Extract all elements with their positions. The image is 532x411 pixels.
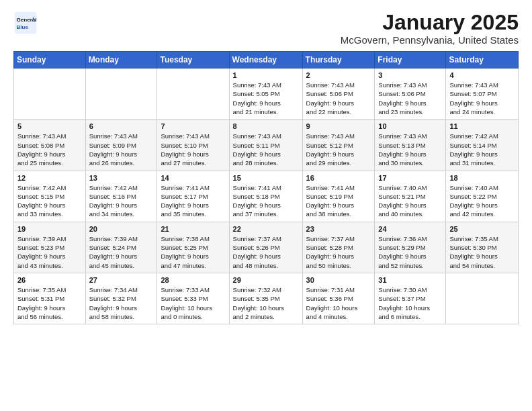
day-info: Sunrise: 7:39 AM Sunset: 5:24 PM Dayligh… bbox=[89, 234, 154, 270]
day-number: 14 bbox=[161, 174, 225, 182]
day-number: 8 bbox=[233, 122, 299, 130]
calendar-cell: 31Sunrise: 7:30 AM Sunset: 5:37 PM Dayli… bbox=[375, 273, 446, 324]
day-info: Sunrise: 7:42 AM Sunset: 5:16 PM Dayligh… bbox=[89, 183, 154, 219]
day-number: 23 bbox=[306, 225, 371, 233]
calendar-cell: 8Sunrise: 7:43 AM Sunset: 5:11 PM Daylig… bbox=[229, 120, 302, 171]
day-number: 21 bbox=[161, 225, 225, 233]
day-info: Sunrise: 7:37 AM Sunset: 5:26 PM Dayligh… bbox=[233, 234, 299, 270]
calendar-header: SundayMondayTuesdayWednesdayThursdayFrid… bbox=[14, 52, 519, 68]
calendar-cell: 4Sunrise: 7:43 AM Sunset: 5:07 PM Daylig… bbox=[446, 68, 519, 120]
day-info: Sunrise: 7:43 AM Sunset: 5:12 PM Dayligh… bbox=[306, 132, 371, 167]
day-number: 27 bbox=[89, 276, 154, 284]
header-cell-thursday: Thursday bbox=[302, 52, 375, 68]
day-number: 13 bbox=[89, 174, 154, 182]
day-number: 9 bbox=[306, 122, 371, 130]
calendar-cell: 5Sunrise: 7:43 AM Sunset: 5:08 PM Daylig… bbox=[14, 120, 86, 171]
day-number: 28 bbox=[161, 276, 225, 284]
day-number: 29 bbox=[233, 276, 299, 284]
calendar-week-1: 1Sunrise: 7:43 AM Sunset: 5:05 PM Daylig… bbox=[14, 68, 519, 120]
page-subtitle: McGovern, Pennsylvania, United States bbox=[341, 34, 519, 46]
header-cell-wednesday: Wednesday bbox=[229, 52, 302, 68]
day-info: Sunrise: 7:41 AM Sunset: 5:18 PM Dayligh… bbox=[233, 183, 299, 219]
day-number: 17 bbox=[378, 174, 442, 182]
day-number: 11 bbox=[449, 122, 515, 130]
calendar-cell: 24Sunrise: 7:36 AM Sunset: 5:29 PM Dayli… bbox=[375, 222, 446, 273]
day-info: Sunrise: 7:32 AM Sunset: 5:35 PM Dayligh… bbox=[233, 285, 299, 321]
logo-icon: General Blue bbox=[13, 11, 38, 35]
calendar-cell: 15Sunrise: 7:41 AM Sunset: 5:18 PM Dayli… bbox=[229, 171, 302, 222]
svg-text:General: General bbox=[17, 17, 37, 23]
calendar-week-4: 19Sunrise: 7:39 AM Sunset: 5:23 PM Dayli… bbox=[14, 222, 519, 273]
calendar-cell bbox=[14, 68, 86, 120]
calendar-cell: 21Sunrise: 7:38 AM Sunset: 5:25 PM Dayli… bbox=[157, 222, 229, 273]
day-number: 30 bbox=[306, 276, 371, 284]
calendar-cell: 12Sunrise: 7:42 AM Sunset: 5:15 PM Dayli… bbox=[14, 171, 86, 222]
calendar-cell: 25Sunrise: 7:35 AM Sunset: 5:30 PM Dayli… bbox=[446, 222, 519, 273]
day-info: Sunrise: 7:37 AM Sunset: 5:28 PM Dayligh… bbox=[306, 234, 371, 270]
day-number: 26 bbox=[17, 276, 82, 284]
day-number: 5 bbox=[17, 122, 82, 130]
calendar-body: 1Sunrise: 7:43 AM Sunset: 5:05 PM Daylig… bbox=[14, 68, 519, 324]
calendar-cell: 2Sunrise: 7:43 AM Sunset: 5:06 PM Daylig… bbox=[302, 68, 375, 120]
calendar-cell: 6Sunrise: 7:43 AM Sunset: 5:09 PM Daylig… bbox=[85, 120, 157, 171]
logo: General Blue bbox=[13, 11, 40, 35]
day-info: Sunrise: 7:43 AM Sunset: 5:05 PM Dayligh… bbox=[233, 81, 299, 116]
day-info: Sunrise: 7:35 AM Sunset: 5:30 PM Dayligh… bbox=[449, 234, 515, 270]
calendar-table: SundayMondayTuesdayWednesdayThursdayFrid… bbox=[13, 51, 519, 324]
page: General Blue January 2025 McGovern, Penn… bbox=[0, 0, 532, 335]
calendar-cell: 13Sunrise: 7:42 AM Sunset: 5:16 PM Dayli… bbox=[85, 171, 157, 222]
day-info: Sunrise: 7:30 AM Sunset: 5:37 PM Dayligh… bbox=[378, 285, 442, 321]
calendar-cell: 14Sunrise: 7:41 AM Sunset: 5:17 PM Dayli… bbox=[157, 171, 229, 222]
calendar-cell: 9Sunrise: 7:43 AM Sunset: 5:12 PM Daylig… bbox=[302, 120, 375, 171]
calendar-cell: 3Sunrise: 7:43 AM Sunset: 5:06 PM Daylig… bbox=[375, 68, 446, 120]
day-info: Sunrise: 7:38 AM Sunset: 5:25 PM Dayligh… bbox=[161, 234, 225, 270]
day-number: 18 bbox=[449, 174, 515, 182]
calendar-week-5: 26Sunrise: 7:35 AM Sunset: 5:31 PM Dayli… bbox=[14, 273, 519, 324]
header-cell-sunday: Sunday bbox=[14, 52, 86, 68]
day-info: Sunrise: 7:43 AM Sunset: 5:07 PM Dayligh… bbox=[449, 81, 515, 116]
calendar-cell: 27Sunrise: 7:34 AM Sunset: 5:32 PM Dayli… bbox=[85, 273, 157, 324]
day-info: Sunrise: 7:43 AM Sunset: 5:06 PM Dayligh… bbox=[378, 81, 442, 116]
calendar-cell: 17Sunrise: 7:40 AM Sunset: 5:21 PM Dayli… bbox=[375, 171, 446, 222]
calendar-week-3: 12Sunrise: 7:42 AM Sunset: 5:15 PM Dayli… bbox=[14, 171, 519, 222]
day-info: Sunrise: 7:42 AM Sunset: 5:14 PM Dayligh… bbox=[449, 132, 515, 167]
day-number: 2 bbox=[306, 71, 371, 79]
calendar-cell bbox=[157, 68, 229, 120]
day-number: 16 bbox=[306, 174, 371, 182]
day-info: Sunrise: 7:43 AM Sunset: 5:10 PM Dayligh… bbox=[161, 132, 225, 167]
day-number: 12 bbox=[17, 174, 82, 182]
day-number: 7 bbox=[161, 122, 225, 130]
day-info: Sunrise: 7:43 AM Sunset: 5:08 PM Dayligh… bbox=[17, 132, 82, 167]
day-info: Sunrise: 7:43 AM Sunset: 5:11 PM Dayligh… bbox=[233, 132, 299, 167]
day-info: Sunrise: 7:35 AM Sunset: 5:31 PM Dayligh… bbox=[17, 285, 82, 321]
calendar-cell: 26Sunrise: 7:35 AM Sunset: 5:31 PM Dayli… bbox=[14, 273, 86, 324]
calendar-week-2: 5Sunrise: 7:43 AM Sunset: 5:08 PM Daylig… bbox=[14, 120, 519, 171]
calendar-cell: 28Sunrise: 7:33 AM Sunset: 5:33 PM Dayli… bbox=[157, 273, 229, 324]
day-info: Sunrise: 7:40 AM Sunset: 5:21 PM Dayligh… bbox=[378, 183, 442, 219]
calendar-cell: 29Sunrise: 7:32 AM Sunset: 5:35 PM Dayli… bbox=[229, 273, 302, 324]
day-info: Sunrise: 7:40 AM Sunset: 5:22 PM Dayligh… bbox=[449, 183, 515, 219]
calendar-cell: 19Sunrise: 7:39 AM Sunset: 5:23 PM Dayli… bbox=[14, 222, 86, 273]
day-number: 10 bbox=[378, 122, 442, 130]
calendar-cell: 11Sunrise: 7:42 AM Sunset: 5:14 PM Dayli… bbox=[446, 120, 519, 171]
title-block: January 2025 McGovern, Pennsylvania, Uni… bbox=[341, 11, 519, 46]
header-cell-saturday: Saturday bbox=[446, 52, 519, 68]
header-row: SundayMondayTuesdayWednesdayThursdayFrid… bbox=[14, 52, 519, 68]
day-info: Sunrise: 7:39 AM Sunset: 5:23 PM Dayligh… bbox=[17, 234, 82, 270]
day-number: 20 bbox=[89, 225, 154, 233]
day-number: 4 bbox=[449, 71, 515, 79]
day-info: Sunrise: 7:34 AM Sunset: 5:32 PM Dayligh… bbox=[89, 285, 154, 321]
calendar-cell: 7Sunrise: 7:43 AM Sunset: 5:10 PM Daylig… bbox=[157, 120, 229, 171]
day-number: 19 bbox=[17, 225, 82, 233]
calendar-cell: 18Sunrise: 7:40 AM Sunset: 5:22 PM Dayli… bbox=[446, 171, 519, 222]
day-number: 25 bbox=[449, 225, 515, 233]
calendar-cell: 20Sunrise: 7:39 AM Sunset: 5:24 PM Dayli… bbox=[85, 222, 157, 273]
day-info: Sunrise: 7:43 AM Sunset: 5:06 PM Dayligh… bbox=[306, 81, 371, 116]
day-info: Sunrise: 7:36 AM Sunset: 5:29 PM Dayligh… bbox=[378, 234, 442, 270]
header: General Blue January 2025 McGovern, Penn… bbox=[13, 11, 519, 46]
calendar-cell bbox=[85, 68, 157, 120]
page-title: January 2025 bbox=[341, 11, 519, 34]
day-info: Sunrise: 7:43 AM Sunset: 5:09 PM Dayligh… bbox=[89, 132, 154, 167]
day-info: Sunrise: 7:43 AM Sunset: 5:13 PM Dayligh… bbox=[378, 132, 442, 167]
day-info: Sunrise: 7:41 AM Sunset: 5:19 PM Dayligh… bbox=[306, 183, 371, 219]
